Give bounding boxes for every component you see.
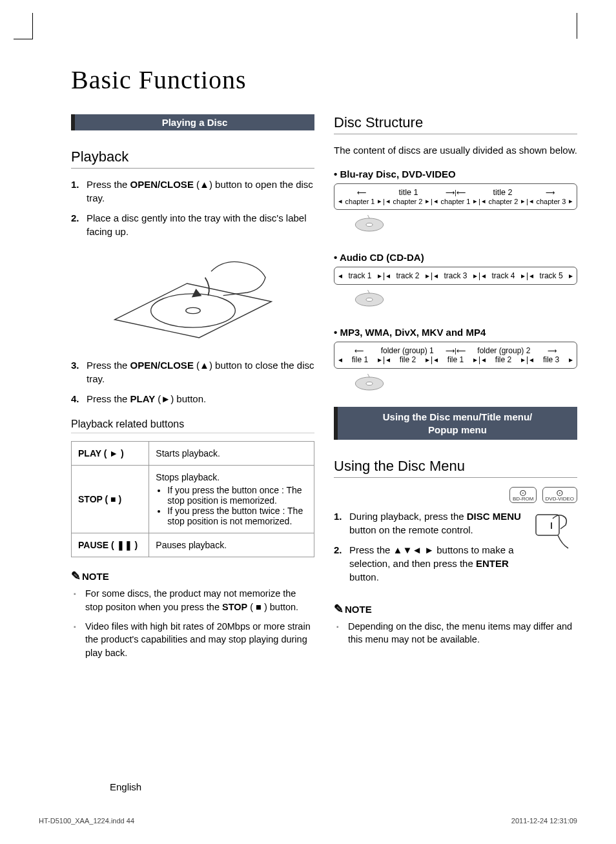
svg-point-5 — [366, 298, 373, 302]
struct-box-audio: ◂ track 1 ▸| ◂ track 2 ▸| ◂ track 3 ▸| ◂… — [334, 267, 577, 285]
pencil-icon: ✎ — [71, 570, 81, 582]
step-2: Place a disc gently into the tray with t… — [71, 211, 314, 238]
cell-play-desc: Starts playback. — [149, 442, 314, 466]
step-2: Press the ▲▼◄ ► buttons to make a select… — [334, 543, 577, 584]
disc-icon — [353, 374, 385, 393]
crop-mark-tl — [32, 13, 44, 39]
cell-stop-label: STOP ( ■ ) — [72, 466, 149, 533]
svg-point-0 — [150, 294, 235, 327]
page-content: Basic Functions Playing a Disc Playback … — [0, 0, 616, 692]
left-column: Playing a Disc Playback Press the OPEN/C… — [71, 114, 314, 666]
section-bar-playing: Playing a Disc — [71, 114, 314, 130]
label-files: MP3, WMA, DivX, MKV and MP4 — [334, 327, 577, 338]
disc-tray-illustration — [71, 247, 314, 345]
disc-icon — [353, 215, 385, 234]
meta-filename: HT-D5100_XAA_1224.indd 44 — [39, 817, 134, 825]
step-1: During playback, press the DISC MENU but… — [334, 509, 577, 537]
badge-bdrom: ⊙BD-ROM — [509, 487, 537, 503]
disc-structure-intro: The content of discs are usually divided… — [334, 143, 577, 157]
footer-language: English — [110, 781, 141, 792]
table-row: STOP ( ■ ) Stops playback. If you press … — [72, 466, 314, 533]
heading-disc-structure: Disc Structure — [334, 114, 577, 134]
heading-using-disc-menu: Using the Disc Menu — [334, 458, 577, 478]
badge-dvdvideo: ⊙DVD-VIDEO — [542, 487, 577, 503]
table-row: PAUSE ( ❚❚ ) Pauses playback. — [72, 533, 314, 557]
page-title: Basic Functions — [71, 65, 577, 95]
note-item: Depending on the disc, the menu items ma… — [348, 620, 577, 646]
heading-playback: Playback — [71, 149, 314, 169]
label-audio: Audio CD (CD-DA) — [334, 252, 577, 263]
crop-mark-tr — [577, 13, 577, 39]
step-4: Press the PLAY (►) button. — [71, 392, 314, 406]
struct-box-bluray: ⟵title 1⟶|⟵title 2⟶ ◂chapter 1▸| ◂chapte… — [334, 183, 577, 210]
note-heading: ✎NOTE — [71, 569, 314, 583]
cell-play-label: PLAY ( ► ) — [72, 442, 149, 466]
playback-steps-cont: Press the OPEN/CLOSE (▲) button to close… — [71, 358, 314, 406]
step-1: Press the OPEN/CLOSE (▲) button to open … — [71, 178, 314, 205]
right-notes: Depending on the disc, the menu items ma… — [334, 620, 577, 646]
playback-buttons-table: PLAY ( ► ) Starts playback. STOP ( ■ ) S… — [71, 441, 314, 557]
right-column: Disc Structure The content of discs are … — [334, 114, 577, 666]
cell-pause-label: PAUSE ( ❚❚ ) — [72, 533, 149, 557]
struct-box-files: ⟵folder (group) 1⟶|⟵folder (group) 2⟶ ◂ … — [334, 342, 577, 369]
left-notes: For some discs, the product may not memo… — [71, 587, 314, 659]
table-row: PLAY ( ► ) Starts playback. — [72, 442, 314, 466]
disc-type-badges: ⊙BD-ROM ⊙DVD-VIDEO — [334, 487, 577, 503]
note-item: For some discs, the product may not memo… — [85, 587, 314, 613]
disc-menu-steps: During playback, press the DISC MENU but… — [334, 509, 577, 584]
note-heading-right: ✎NOTE — [334, 602, 577, 616]
cell-pause-desc: Pauses playback. — [149, 533, 314, 557]
svg-point-1 — [185, 307, 200, 313]
playback-steps: Press the OPEN/CLOSE (▲) button to open … — [71, 178, 314, 238]
svg-point-3 — [366, 223, 373, 227]
label-bluray: Blu-ray Disc, DVD-VIDEO — [334, 169, 577, 180]
heading-related-buttons: Playback related buttons — [71, 418, 314, 433]
disc-icon — [353, 290, 385, 309]
cell-stop-desc: Stops playback. If you press the button … — [149, 466, 314, 533]
step-3: Press the OPEN/CLOSE (▲) button to close… — [71, 358, 314, 386]
pencil-icon: ✎ — [334, 602, 344, 615]
note-item: Video files with high bit rates of 20Mbp… — [85, 620, 314, 659]
print-metadata: HT-D5100_XAA_1224.indd 44 2011-12-24 12:… — [39, 817, 577, 825]
section-bar-menus: Using the Disc menu/Title menu/ Popup me… — [334, 407, 577, 440]
meta-timestamp: 2011-12-24 12:31:09 — [511, 817, 577, 825]
svg-point-7 — [366, 382, 373, 386]
